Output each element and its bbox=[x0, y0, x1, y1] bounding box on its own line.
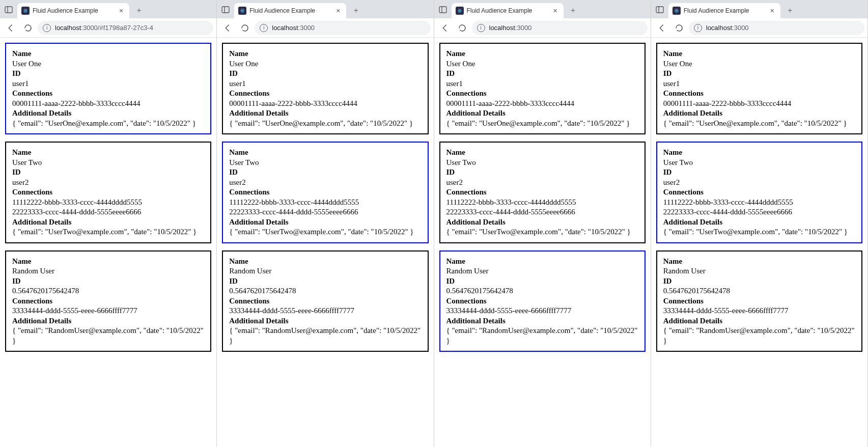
user-card[interactable]: NameUser OneIDuser1Connections00001111-a… bbox=[656, 43, 862, 134]
tab-actions-icon[interactable] bbox=[436, 3, 450, 16]
user-id-label: ID bbox=[229, 276, 421, 287]
user-name-value: User One bbox=[12, 59, 204, 69]
connection-id: 11112222-bbbb-3333-cccc-4444dddd5555 bbox=[663, 198, 855, 208]
user-card[interactable]: NameRandom UserID0.5647620175642478Conne… bbox=[439, 250, 646, 352]
back-button[interactable] bbox=[220, 20, 235, 36]
site-info-icon[interactable]: i bbox=[43, 24, 51, 32]
back-button[interactable] bbox=[654, 20, 669, 36]
user-details-value: { "email": "UserTwo@example.com", "date"… bbox=[229, 227, 421, 237]
user-connections-label: Connections bbox=[446, 89, 638, 99]
user-card[interactable]: NameUser OneIDuser1Connections00001111-a… bbox=[439, 43, 646, 134]
user-card[interactable]: NameRandom UserID0.5647620175642478Conne… bbox=[656, 250, 862, 352]
svg-point-2 bbox=[25, 10, 26, 11]
user-card[interactable]: NameRandom UserID0.5647620175642478Conne… bbox=[222, 250, 428, 352]
url-text: localhost:3000 bbox=[272, 24, 315, 32]
new-tab-button[interactable]: + bbox=[567, 4, 580, 17]
user-id-label: ID bbox=[663, 69, 855, 79]
svg-point-20 bbox=[676, 10, 677, 11]
close-tab-icon[interactable]: × bbox=[334, 7, 342, 15]
refresh-button[interactable] bbox=[455, 20, 470, 36]
tab-bar: Fluid Audience Example × + bbox=[434, 0, 651, 18]
user-id-value: user1 bbox=[12, 79, 204, 89]
address-bar[interactable]: i localhost:3000 bbox=[689, 21, 864, 35]
user-connections-label: Connections bbox=[12, 187, 204, 198]
user-card[interactable]: NameUser TwoIDuser2Connections11112222-b… bbox=[656, 142, 862, 243]
close-tab-icon[interactable]: × bbox=[551, 7, 559, 15]
user-name-label: Name bbox=[663, 148, 855, 158]
new-tab-button[interactable]: + bbox=[349, 4, 362, 17]
user-card[interactable]: NameUser OneIDuser1Connections00001111-a… bbox=[5, 43, 211, 134]
user-card[interactable]: NameUser OneIDuser1Connections00001111-a… bbox=[222, 43, 428, 134]
svg-rect-12 bbox=[439, 7, 446, 13]
url-bar: i localhost:3000/#f1798a87-27c3-4 bbox=[0, 18, 216, 38]
user-details-value: { "email": "RandomUser@example.com", "da… bbox=[446, 326, 638, 346]
user-name-value: Random User bbox=[229, 266, 421, 276]
close-tab-icon[interactable]: × bbox=[768, 7, 776, 15]
refresh-button[interactable] bbox=[20, 20, 36, 36]
connection-id: 33334444-dddd-5555-eeee-6666ffff7777 bbox=[229, 306, 421, 316]
react-favicon-icon bbox=[21, 7, 30, 15]
user-details-label: Additional Details bbox=[229, 108, 421, 119]
refresh-button[interactable] bbox=[671, 20, 687, 36]
user-name-label: Name bbox=[12, 148, 204, 158]
user-id-label: ID bbox=[446, 69, 638, 79]
user-details-label: Additional Details bbox=[446, 108, 638, 119]
user-id-label: ID bbox=[446, 276, 638, 287]
close-tab-icon[interactable]: × bbox=[117, 7, 125, 15]
browser-tab[interactable]: Fluid Audience Example × bbox=[17, 3, 129, 18]
browser-tab[interactable]: Fluid Audience Example × bbox=[668, 3, 780, 18]
address-bar[interactable]: i localhost:3000 bbox=[255, 21, 430, 35]
browser-tab[interactable]: Fluid Audience Example × bbox=[234, 3, 346, 18]
tab-title: Fluid Audience Example bbox=[684, 7, 768, 14]
user-name-label: Name bbox=[446, 257, 638, 267]
connection-id: 00001111-aaaa-2222-bbbb-3333cccc4444 bbox=[663, 99, 855, 109]
user-connections-label: Connections bbox=[663, 187, 855, 198]
user-details-value: { "email": "RandomUser@example.com", "da… bbox=[12, 326, 204, 346]
user-connections-list: 33334444-dddd-5555-eeee-6666ffff7777 bbox=[663, 306, 855, 316]
connection-id: 11112222-bbbb-3333-cccc-4444dddd5555 bbox=[229, 198, 421, 208]
user-details-value: { "email": "UserOne@example.com", "date"… bbox=[229, 119, 421, 129]
site-info-icon[interactable]: i bbox=[477, 24, 485, 32]
address-bar[interactable]: i localhost:3000 bbox=[472, 21, 648, 35]
user-id-value: user2 bbox=[229, 178, 421, 188]
tab-bar: Fluid Audience Example × + bbox=[651, 0, 867, 18]
user-name-value: User One bbox=[446, 59, 638, 69]
svg-point-8 bbox=[242, 10, 243, 11]
connection-id: 22223333-cccc-4444-dddd-5555eeee6666 bbox=[663, 207, 855, 217]
user-id-label: ID bbox=[663, 167, 855, 178]
site-info-icon[interactable]: i bbox=[694, 24, 702, 32]
user-id-value: user2 bbox=[12, 178, 204, 188]
user-connections-label: Connections bbox=[12, 296, 204, 306]
address-bar[interactable]: i localhost:3000/#f1798a87-27c3-4 bbox=[38, 21, 213, 35]
tab-actions-icon[interactable] bbox=[653, 3, 666, 16]
browser-tab[interactable]: Fluid Audience Example × bbox=[452, 3, 564, 18]
user-name-label: Name bbox=[229, 49, 421, 59]
user-card[interactable]: NameRandom UserID0.5647620175642478Conne… bbox=[5, 250, 211, 352]
back-button[interactable] bbox=[3, 20, 18, 36]
tab-actions-icon[interactable] bbox=[2, 3, 15, 16]
back-button[interactable] bbox=[437, 20, 453, 36]
user-card[interactable]: NameUser TwoIDuser2Connections11112222-b… bbox=[5, 142, 211, 243]
user-details-label: Additional Details bbox=[446, 217, 638, 228]
user-card[interactable]: NameUser TwoIDuser2Connections11112222-b… bbox=[222, 142, 428, 243]
connection-id: 00001111-aaaa-2222-bbbb-3333cccc4444 bbox=[446, 99, 638, 109]
user-connections-label: Connections bbox=[12, 89, 204, 99]
user-details-label: Additional Details bbox=[12, 217, 204, 228]
refresh-button[interactable] bbox=[237, 20, 253, 36]
user-name-value: Random User bbox=[446, 266, 638, 276]
new-tab-button[interactable]: + bbox=[783, 4, 797, 17]
svg-point-14 bbox=[459, 10, 460, 11]
user-name-label: Name bbox=[229, 148, 421, 158]
user-details-value: { "email": "UserOne@example.com", "date"… bbox=[663, 119, 855, 129]
new-tab-button[interactable]: + bbox=[132, 4, 146, 17]
user-name-label: Name bbox=[446, 148, 638, 158]
user-connections-label: Connections bbox=[663, 89, 855, 99]
user-name-value: User Two bbox=[229, 158, 421, 168]
site-info-icon[interactable]: i bbox=[260, 24, 268, 32]
tab-bar: Fluid Audience Example × + bbox=[0, 0, 216, 18]
tab-actions-icon[interactable] bbox=[219, 3, 232, 16]
user-id-label: ID bbox=[663, 276, 855, 287]
page-content: NameUser OneIDuser1Connections00001111-a… bbox=[217, 38, 433, 447]
user-id-label: ID bbox=[12, 167, 204, 178]
user-card[interactable]: NameUser TwoIDuser2Connections11112222-b… bbox=[439, 142, 646, 243]
